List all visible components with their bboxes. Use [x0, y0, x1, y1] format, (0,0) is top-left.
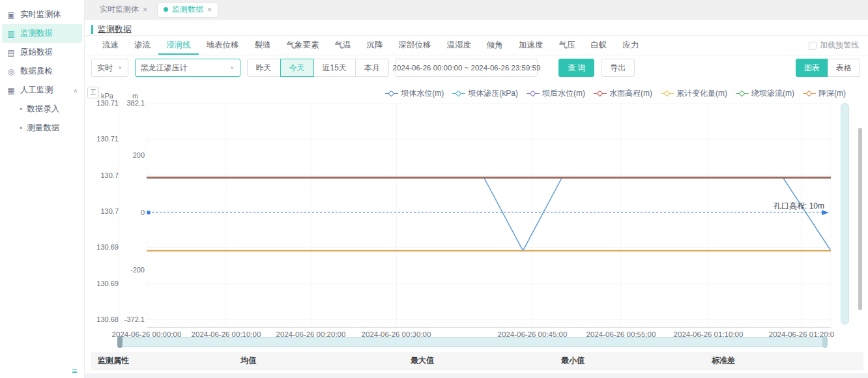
- type-tab[interactable]: 应力: [615, 36, 647, 55]
- chevron-down-icon: ∨: [118, 65, 123, 70]
- checkbox-icon[interactable]: [809, 42, 817, 50]
- type-tab-bar: 流速渗流浸润线地表位移裂缝气象要素气温沉降深部位移温湿度倾角加速度气压白蚁应力: [94, 36, 647, 55]
- type-tab[interactable]: 深部位移: [391, 36, 439, 55]
- close-icon[interactable]: ×: [207, 5, 212, 14]
- top-tab[interactable]: 实时监测体×: [94, 2, 153, 18]
- legend-item[interactable]: 坝体水位(m): [385, 88, 444, 99]
- type-tab[interactable]: 沉降: [359, 36, 391, 55]
- type-tab[interactable]: 温湿度: [439, 36, 480, 55]
- sidebar-menu: ▣实时监测体▥监测数据▤原始数据◎数据质检▦人工监测∧•数据录入•测量数据: [0, 0, 84, 138]
- legend-label: 绕坝渗流(m): [751, 88, 794, 99]
- page-title[interactable]: 监测数据: [98, 23, 132, 35]
- legend-item[interactable]: 累计变化量(m): [661, 88, 727, 99]
- diamond-marker-icon: [661, 90, 674, 97]
- diamond-marker-icon: [594, 90, 607, 97]
- y-tick-kpa: 130.68: [91, 315, 119, 323]
- export-button[interactable]: 导出: [601, 59, 635, 77]
- divider: [85, 35, 868, 36]
- y-tick-kpa: 130.71: [91, 135, 119, 143]
- datazoom-horizontal-slider[interactable]: [117, 337, 828, 347]
- sidebar-item-label: 数据质检: [20, 66, 53, 77]
- legend-label: 水面高程(m): [609, 88, 652, 99]
- collapse-sidebar-icon[interactable]: ≡: [72, 366, 77, 376]
- top-tab-label: 实时监测体: [100, 4, 139, 15]
- data-view-toolbox-icon[interactable]: 工: [87, 87, 99, 98]
- legend-item[interactable]: 水面高程(m): [594, 88, 652, 99]
- sidebar-item[interactable]: ▣实时监测体: [0, 5, 84, 24]
- mode-select[interactable]: 实时 ∨: [91, 59, 128, 77]
- y-tick-m: -200: [118, 266, 145, 274]
- query-button[interactable]: 查 询: [558, 59, 594, 77]
- sidebar-item-label: 原始数据: [20, 47, 53, 58]
- sidebar-item-label: 数据录入: [27, 104, 59, 115]
- type-tab[interactable]: 加速度: [511, 36, 551, 55]
- legend-label: 坝后水位(m): [542, 88, 585, 99]
- type-tab[interactable]: 气温: [327, 36, 359, 55]
- quick-range-button[interactable]: 本月: [355, 59, 389, 77]
- quick-range-button[interactable]: 昨天: [247, 59, 281, 77]
- legend-item[interactable]: 降深(m): [803, 88, 846, 99]
- sidebar: ▣实时监测体▥监测数据▤原始数据◎数据质检▦人工监测∧•数据录入•测量数据 ≡: [0, 0, 85, 378]
- type-tab[interactable]: 渗流: [126, 36, 158, 55]
- warn-line-checkbox[interactable]: 加载预警线: [809, 40, 859, 51]
- type-tab[interactable]: 裂缝: [247, 36, 279, 55]
- close-icon[interactable]: ×: [143, 5, 147, 14]
- view-toggle-button[interactable]: 图表: [796, 59, 828, 77]
- type-tab[interactable]: 白蚁: [583, 36, 615, 55]
- sidebar-item[interactable]: ◎数据质检: [0, 62, 84, 81]
- quick-range-button[interactable]: 近15天: [313, 59, 356, 77]
- markline-label: 孔口高程: 10m: [727, 201, 824, 212]
- date-range-input[interactable]: 2024-06-26 00:00:00 ~ 2024-06-26 23:59:5…: [396, 59, 538, 77]
- table-header-cell: 标准差: [705, 355, 863, 366]
- view-toggle: 图表表格: [796, 59, 860, 77]
- table-header-cell: 最大值: [404, 355, 555, 366]
- legend-item[interactable]: 坝后水位(m): [527, 88, 585, 99]
- chevron-down-icon: ∨: [230, 65, 235, 70]
- app-root: ▣实时监测体▥监测数据▤原始数据◎数据质检▦人工监测∧•数据录入•测量数据 ≡ …: [0, 0, 868, 378]
- slider-right-handle-icon[interactable]: [822, 336, 828, 348]
- device-select[interactable]: 黑龙江渗压计 ∨: [135, 59, 240, 77]
- quick-range-button[interactable]: 今天: [280, 59, 314, 77]
- chart-legend: 坝体水位(m)坝体渗压(kPa)坝后水位(m)水面高程(m)累计变化量(m)绕坝…: [261, 88, 846, 99]
- type-tab[interactable]: 倾角: [479, 36, 511, 55]
- checkbox-label: 加载预警线: [820, 40, 859, 51]
- sidebar-item[interactable]: ▤原始数据: [0, 43, 84, 62]
- slider-left-handle-icon[interactable]: [117, 336, 123, 348]
- type-tab[interactable]: 地表位移: [199, 36, 247, 55]
- y-tick-m: 0: [118, 209, 145, 216]
- title-accent-bar: [91, 25, 93, 34]
- diamond-marker-icon: [736, 90, 749, 97]
- type-tab[interactable]: 气压: [551, 36, 583, 55]
- sidebar-item-label: 实时监测体: [20, 9, 61, 20]
- active-dot-icon: [164, 7, 168, 12]
- view-toggle-button[interactable]: 表格: [828, 59, 860, 77]
- legend-item[interactable]: 坝体渗压(kPa): [452, 88, 518, 99]
- table-header-cell: 监测属性: [91, 355, 234, 366]
- chart-plot[interactable]: [147, 103, 831, 330]
- sidebar-item[interactable]: ▦人工监测∧: [0, 81, 84, 100]
- legend-item[interactable]: 绕坝渗流(m): [736, 88, 794, 99]
- y-tick-kpa: 130.69: [91, 243, 119, 251]
- scrollbar[interactable]: [858, 128, 862, 310]
- type-tab[interactable]: 气象要素: [279, 36, 327, 55]
- manual-icon: ▦: [7, 86, 16, 95]
- legend-label: 坝体渗压(kPa): [468, 88, 518, 99]
- sidebar-item[interactable]: •测量数据: [0, 119, 84, 138]
- table-header-cell: 最小值: [555, 355, 705, 366]
- page-title-row: 监测数据: [91, 23, 132, 35]
- top-tab[interactable]: 监测数据×: [157, 2, 218, 18]
- y-tick-kpa: 130.69: [91, 280, 119, 287]
- type-tab[interactable]: 流速: [94, 36, 126, 55]
- diamond-marker-icon: [452, 90, 465, 97]
- sidebar-item[interactable]: •数据录入: [0, 100, 84, 119]
- quick-range-group: 昨天今天近15天本月: [247, 59, 389, 77]
- type-tab[interactable]: 浸润线: [158, 36, 199, 55]
- sidebar-item[interactable]: ▥监测数据: [2, 24, 82, 43]
- diamond-marker-icon: [527, 90, 540, 97]
- chevron-up-icon: ∧: [73, 87, 78, 94]
- monitor-icon: ▣: [7, 10, 16, 20]
- datazoom-vertical-slider[interactable]: [841, 103, 849, 325]
- sidebar-item-label: 测量数据: [27, 123, 59, 134]
- mode-select-value: 实时: [97, 63, 113, 74]
- y-tick-kpa: 130.7: [91, 207, 119, 215]
